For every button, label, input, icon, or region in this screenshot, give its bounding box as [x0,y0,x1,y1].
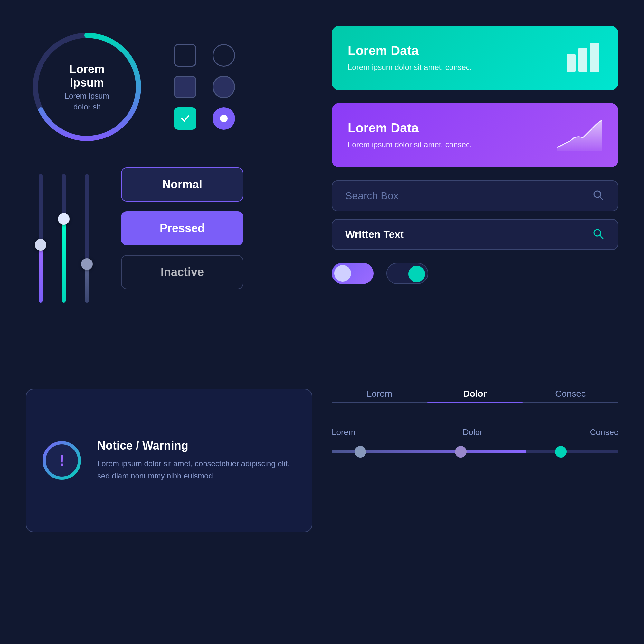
search-placeholder-text: Search Box [345,190,398,202]
slider3-thumb[interactable] [81,258,93,270]
toggle-on-thumb [408,266,425,282]
purple-card-desc: Lorem ipsum dolor sit amet, consec. [348,139,472,150]
search-written-text: Written Text [345,229,404,241]
search-icon [592,189,605,203]
multi-slider-thumb-3[interactable] [555,446,567,458]
search-active-icon [592,227,605,241]
search-box-filled[interactable]: Written Text [332,219,618,250]
multi-slider-1: Lorem Dolor Consec [332,427,618,453]
notice-body: Lorem ipsum dolor sit amet, consectetuer… [97,458,296,482]
radio-empty[interactable] [213,44,235,67]
sliders-section [26,167,102,303]
checkbox-checked[interactable] [174,107,196,130]
radio-checked[interactable] [213,107,235,130]
circle-subtitle-2: dolor sit [56,102,118,111]
bar-chart-icon [563,41,602,75]
slider-label-consec: Consec [590,427,618,437]
search-box-empty[interactable]: Search Box [332,180,618,211]
teal-card: Lorem Data Lorem ipsum dolor sit amet, c… [332,26,618,90]
svg-rect-4 [590,43,599,72]
slider2-thumb[interactable] [58,213,70,225]
slider1-thumb[interactable] [35,239,46,251]
purple-card: Lorem Data Lorem ipsum dolor sit amet, c… [332,103,618,167]
toggle-off[interactable] [332,263,374,284]
svg-line-6 [600,197,603,200]
svg-rect-3 [578,48,587,72]
slider-label-lorem: Lorem [332,427,355,437]
radio-half[interactable] [213,76,235,98]
multi-slider-thumb-1[interactable] [355,446,366,458]
toggle-off-thumb [334,265,351,282]
circle-title: Lorem Ipsum [56,62,118,90]
teal-card-title: Lorem Data [348,43,472,58]
notice-warning-card: ! Notice / Warning Lorem ipsum dolor sit… [26,389,312,532]
radio-inner-dot [220,115,228,122]
toggle-on[interactable] [386,263,428,284]
checkbox-empty[interactable] [174,44,196,67]
svg-line-8 [600,235,603,239]
tab-consec[interactable]: Consec [523,389,618,408]
notice-icon-container: ! [43,441,81,480]
area-chart-icon [557,118,602,152]
slider-label-dolor: Dolor [463,427,483,437]
search-section: Search Box Written Text [332,180,618,250]
tabs-section: Lorem Dolor Consec Lorem [332,389,618,532]
purple-card-title: Lorem Data [348,121,472,135]
circular-chart: Lorem Ipsum Lorem ipsum dolor sit [26,26,148,148]
teal-card-desc: Lorem ipsum dolor sit amet, consec. [348,62,472,73]
normal-button[interactable]: Normal [121,167,243,202]
tab-dolor[interactable]: Dolor [427,389,523,408]
buttons-section: Normal Pressed Inactive [121,167,243,289]
circle-subtitle-1: Lorem ipsum [56,91,118,100]
toggles-section [332,263,618,284]
exclamation-icon: ! [59,451,64,469]
notice-title: Notice / Warning [97,439,296,452]
checkbox-half[interactable] [174,76,196,98]
pressed-button[interactable]: Pressed [121,211,243,245]
tab-lorem[interactable]: Lorem [332,389,427,408]
multi-slider-thumb-2[interactable] [455,446,467,458]
checkmark-icon [179,113,191,124]
inactive-button: Inactive [121,255,243,289]
svg-rect-2 [567,54,576,72]
tab-bar-1: Lorem Dolor Consec [332,389,618,408]
controls-grid [174,44,235,130]
